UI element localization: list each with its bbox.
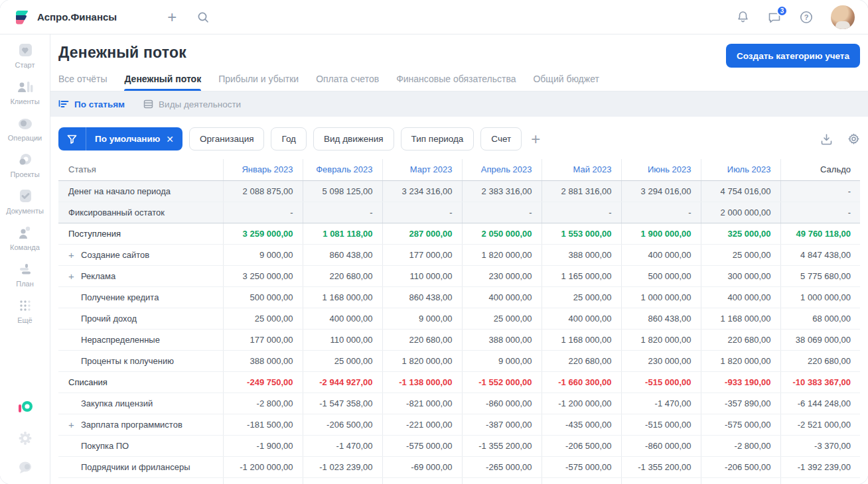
add-filter-icon[interactable]: + [531, 131, 540, 147]
cell-value: 1 820 000,00 [621, 329, 701, 350]
cell-value: - [382, 202, 462, 223]
row-label[interactable]: Получение кредита [81, 292, 159, 302]
cell-value: 287 000,00 [382, 223, 462, 244]
row-label[interactable]: Создание сайтов [81, 250, 149, 260]
table-header-row: Статья Январь 2023 Февраль 2023 Март 202… [58, 159, 860, 180]
table-row: Получение кредита500 000,001 168 000,008… [58, 286, 860, 308]
cell-value: 388 000,00 [223, 350, 303, 371]
feedback-chat-icon[interactable] [17, 460, 33, 475]
expand-row-icon[interactable]: + [68, 419, 81, 430]
brand-mini-icon[interactable] [16, 399, 35, 416]
cell-value: 1 168 000,00 [303, 286, 382, 308]
app-window: Аспро.Финансы + 3 [0, 0, 868, 484]
tab-profit-loss[interactable]: Прибыли и убытки [218, 74, 299, 91]
add-icon[interactable]: + [167, 9, 177, 25]
row-label[interactable]: Закупка лицензий [81, 398, 153, 408]
settings-gear-icon[interactable] [17, 431, 33, 446]
sidebar-item-clients[interactable]: Клиенты [0, 79, 50, 105]
row-label[interactable]: Прочий доход [81, 314, 137, 324]
topbar: Аспро.Финансы + 3 [0, 0, 868, 34]
sidebar-item-projects[interactable]: Проекты [0, 152, 50, 178]
subtab-activity-types[interactable]: Виды деятельности [143, 99, 241, 109]
notifications-bell-icon[interactable] [736, 10, 750, 24]
remove-filter-icon[interactable]: ✕ [166, 134, 174, 145]
filter-period-type-button[interactable]: Тип периода [401, 127, 474, 151]
sidebar-item-operations[interactable]: Операции [0, 115, 50, 142]
cell-value: -515 000,00 [621, 414, 701, 435]
default-filter-chip[interactable]: По умолчанию ✕ [58, 127, 182, 151]
cell-value: 3 259 000,00 [223, 223, 303, 244]
sidebar-item-label: Старт [15, 61, 35, 69]
column-header-month[interactable]: Апрель 2023 [462, 159, 542, 180]
row-label[interactable]: Проценты к получению [81, 356, 174, 366]
cell-value: 230 000,00 [621, 350, 701, 371]
cell-value: -1 547 358,00 [303, 393, 382, 414]
column-header-month[interactable]: Июль 2023 [701, 159, 780, 180]
tab-invoice-payment[interactable]: Оплата счетов [316, 74, 379, 91]
filter-account-button[interactable]: Счет [480, 127, 522, 151]
column-header-month[interactable]: Март 2023 [382, 159, 462, 180]
search-icon[interactable] [196, 11, 210, 24]
row-label[interactable]: Нераспределенные [81, 335, 160, 345]
cell-value: -181 500,00 [223, 414, 303, 435]
cell-value: 388 000,00 [542, 244, 621, 265]
tab-cash-flow[interactable]: Денежный поток [124, 74, 201, 91]
column-header-month[interactable]: Январь 2023 [223, 159, 303, 180]
subtab-by-items[interactable]: По статьям [58, 99, 125, 109]
report-content: По умолчанию ✕ Организация Год Вид движе… [50, 117, 868, 484]
row-label[interactable]: Зарплата программистов [81, 420, 182, 430]
cell-value: -357 890,00 [701, 393, 780, 414]
tab-general-budget[interactable]: Общий бюджет [533, 74, 599, 91]
cell-value: -860 000,00 [621, 435, 701, 456]
cell-value: -357 890,00 [701, 477, 780, 484]
cell-value: 177 000,00 [223, 329, 303, 350]
filter-year-button[interactable]: Год [271, 127, 307, 151]
help-icon[interactable]: ? [799, 10, 814, 25]
row-label: Поступления [68, 229, 121, 239]
sidebar-item-more[interactable]: Ещё [0, 298, 50, 324]
cell-saldo: - [780, 180, 860, 202]
column-header-month[interactable]: Май 2023 [542, 159, 621, 180]
filter-organization-button[interactable]: Организация [189, 127, 264, 151]
cell-value: -860 000,00 [462, 477, 542, 484]
topbar-actions: 3 ? [736, 5, 855, 29]
tab-all-reports[interactable]: Все отчёты [58, 74, 107, 91]
filter-movement-type-button[interactable]: Вид движения [313, 127, 394, 151]
sidebar-item-documents[interactable]: Документы [0, 188, 50, 215]
start-icon [17, 42, 34, 58]
column-header-month[interactable]: Июнь 2023 [621, 159, 701, 180]
cell-value: -860 000,00 [462, 393, 542, 414]
cell-value: -1 200 000,00 [542, 477, 621, 484]
table-body: Денег на начало периода2 088 875,005 098… [58, 180, 860, 484]
funnel-icon[interactable] [58, 127, 86, 151]
cell-value: -1 470,00 [621, 477, 701, 484]
sidebar-item-team[interactable]: Команда [0, 225, 50, 251]
cell-saldo: - [780, 202, 860, 223]
expand-row-icon[interactable]: + [68, 271, 81, 282]
sidebar-item-plan[interactable]: План [0, 261, 50, 288]
brand: Аспро.Финансы [13, 9, 117, 26]
svg-text:?: ? [804, 13, 809, 21]
row-label[interactable]: Реклама [81, 271, 115, 281]
download-icon[interactable] [820, 133, 833, 145]
clients-icon [17, 79, 34, 95]
user-avatar[interactable] [831, 5, 855, 29]
cell-value: 400 000,00 [462, 286, 542, 308]
cell-value: -1 023 239,00 [303, 456, 382, 477]
create-category-button[interactable]: Создать категорию учета [726, 44, 860, 68]
sidebar-item-start[interactable]: Старт [0, 42, 50, 69]
column-header-month[interactable]: Февраль 2023 [303, 159, 382, 180]
cell-value: -933 190,00 [701, 371, 780, 393]
cell-saldo: 68 000,00 [780, 308, 860, 329]
filter-row: По умолчанию ✕ Организация Год Вид движе… [58, 127, 860, 151]
cell-value: 230 000,00 [462, 265, 542, 286]
row-label[interactable]: Покупка ПО [81, 441, 129, 451]
cell-value: 25 000,00 [303, 350, 382, 371]
row-label[interactable]: Подрядчики и фрилансеры [81, 462, 190, 472]
cell-value: -1 547 358,00 [303, 477, 382, 484]
expand-row-icon[interactable]: + [68, 249, 81, 261]
tab-financial-obligations[interactable]: Финансовые обязательства [396, 74, 516, 91]
chat-icon[interactable]: 3 [767, 10, 782, 24]
table-settings-gear-icon[interactable] [847, 133, 860, 145]
cell-value: 5 098 125,00 [303, 180, 382, 202]
